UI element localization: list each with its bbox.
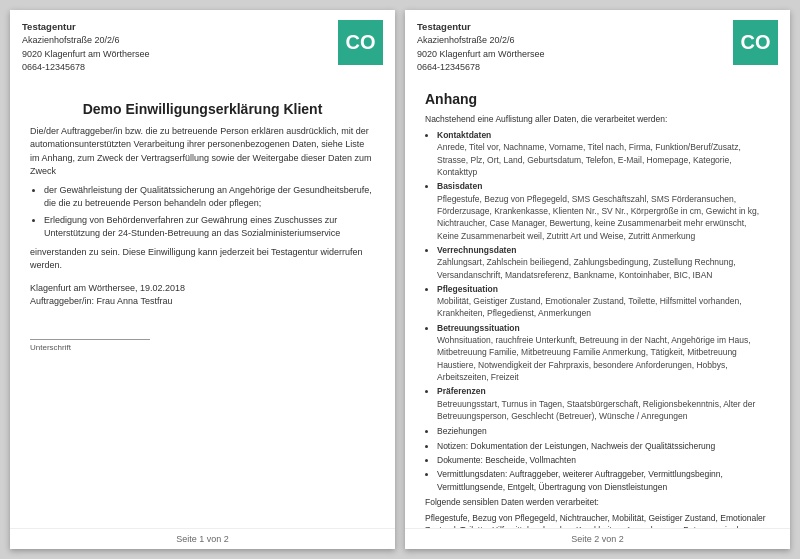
section3-title: Pflegesituation [437,284,498,294]
section5-title: Präferenzen [437,386,486,396]
page2-phone: 0664-12345678 [417,61,545,75]
page2-sections-list: Kontaktdaten Anrede, Titel vor, Nachname… [425,129,770,422]
section2-title: Verrechnungsdaten [437,245,516,255]
page1-agency-name: Testagentur [22,20,150,34]
page1-body: Die/der Auftraggeber/in bzw. die zu betr… [30,125,375,273]
page1-signature-line [30,339,150,340]
page2-title: Anhang [425,91,770,107]
page2-city: 9020 Klagenfurt am Wörthersee [417,48,545,62]
pages-container: Testagentur Akazienhofstraße 20/2/6 9020… [0,0,800,559]
section4-title: Betreuungssituation [437,323,520,333]
section5-text: Betreuungsstart, Turnus in Tagen, Staats… [437,399,755,421]
page1-location-date: Klagenfurt am Wörthersee, 19.02.2018 [30,283,375,293]
page1-bullets: der Gewährleistung der Qualitätssicherun… [30,184,375,241]
page1-bullet2: Erledigung von Behördenverfahren zur Gew… [44,214,375,241]
additional-bullet-1: Notizen: Dokumentation der Leistungen, N… [437,440,770,452]
page2-sensitive-intro: Folgende sensiblen Daten werden verarbei… [425,496,770,508]
page2-footer: Seite 2 von 2 [405,528,790,549]
page2-header: Testagentur Akazienhofstraße 20/2/6 9020… [405,10,790,81]
additional-bullet-3: Vermittlungsdaten: Auftraggeber, weitere… [437,468,770,493]
page2-content: Anhang Nachstehend eine Auflistung aller… [405,81,790,528]
page-1: Testagentur Akazienhofstraße 20/2/6 9020… [10,10,395,549]
page1-agency-info: Testagentur Akazienhofstraße 20/2/6 9020… [22,20,150,75]
section0-text: Anrede, Titel vor, Nachname, Vorname, Ti… [437,142,741,177]
section1-title: Basisdaten [437,181,482,191]
page2-agency-name: Testagentur [417,20,545,34]
page2-sensitive-text: Pflegestufe, Bezug von Pflegegeld, Nicht… [425,512,770,528]
section2-text: Zahlungsart, Zahlschein beiliegend, Zahl… [437,257,736,279]
page1-intro: Die/der Auftraggeber/in bzw. die zu betr… [30,125,375,179]
page2-section-0: Kontaktdaten Anrede, Titel vor, Nachname… [437,129,770,178]
page1-bullet1: der Gewährleistung der Qualitätssicherun… [44,184,375,211]
page1-city: 9020 Klagenfurt am Wörthersee [22,48,150,62]
page1-footer: Seite 1 von 2 [10,528,395,549]
page1-phone: 0664-12345678 [22,61,150,75]
section1-text: Pflegestufe, Bezug von Pflegegeld, SMS G… [437,194,759,241]
page2-section-4: Betreuungssituation Wohnsituation, rauch… [437,322,770,384]
page2-additional-bullets: Beziehungen Notizen: Dokumentation der L… [425,425,770,493]
page2-section-5: Präferenzen Betreuungsstart, Turnus in T… [437,385,770,422]
page1-consent: einverstanden zu sein. Diese Einwilligun… [30,246,375,273]
page1-sig-label: Unterschrift [30,343,375,352]
page2-section-1: Basisdaten Pflegestufe, Bezug von Pflege… [437,180,770,242]
page2-address: Akazienhofstraße 20/2/6 [417,34,545,48]
page1-contractor: Auftraggeber/in: Frau Anna Testfrau [30,296,375,306]
page2-agency-info: Testagentur Akazienhofstraße 20/2/6 9020… [417,20,545,75]
section3-text: Mobilität, Geistiger Zustand, Emotionale… [437,296,742,318]
page1-content: Demo Einwilligungserklärung Klient Die/d… [10,81,395,528]
page2-intro: Nachstehend eine Auflistung aller Daten,… [425,113,770,125]
section0-title: Kontaktdaten [437,130,491,140]
section4-text: Wohnsituation, rauchfreie Unterkunft, Be… [437,335,751,382]
page1-logo: CO [338,20,383,65]
page1-title: Demo Einwilligungserklärung Klient [30,101,375,117]
page2-body: Nachstehend eine Auflistung aller Daten,… [425,113,770,528]
page1-signature-section: Klagenfurt am Wörthersee, 19.02.2018 Auf… [30,283,375,352]
additional-bullet-2: Dokumente: Bescheide, Vollmachten [437,454,770,466]
page2-section-2: Verrechnungsdaten Zahlungsart, Zahlschei… [437,244,770,281]
page1-address: Akazienhofstraße 20/2/6 [22,34,150,48]
page2-section-3: Pflegesituation Mobilität, Geistiger Zus… [437,283,770,320]
additional-bullet-0: Beziehungen [437,425,770,437]
page1-header: Testagentur Akazienhofstraße 20/2/6 9020… [10,10,395,81]
page-2: Testagentur Akazienhofstraße 20/2/6 9020… [405,10,790,549]
page2-logo: CO [733,20,778,65]
